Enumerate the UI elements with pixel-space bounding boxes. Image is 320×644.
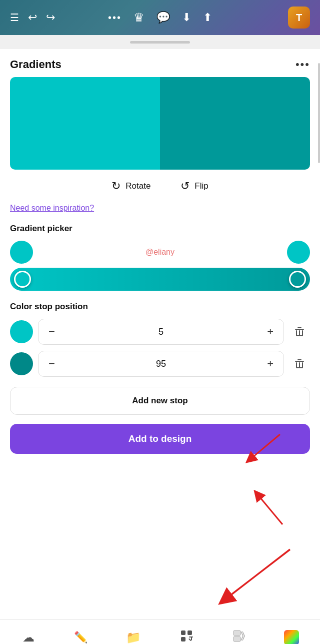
stop-color-dot-2[interactable] xyxy=(10,352,33,375)
stop-row-2: − 95 + xyxy=(10,351,310,377)
top-bar: ☰ ↩ ↪ ••• ♛ 💬 ⬇ ⬆ T xyxy=(0,0,320,35)
svg-rect-5 xyxy=(296,335,303,336)
svg-rect-8 xyxy=(296,362,297,368)
svg-rect-7 xyxy=(298,359,302,360)
top-bar-right: T xyxy=(288,7,310,29)
gradients-icon xyxy=(284,630,299,644)
scrollbar[interactable] xyxy=(318,63,320,163)
svg-rect-15 xyxy=(181,630,186,635)
color-stop-section: Color stop position − 5 + xyxy=(10,302,310,377)
svg-rect-9 xyxy=(302,362,303,368)
flip-button[interactable]: ↺ Flip xyxy=(180,180,208,193)
gradient-left-half xyxy=(10,77,160,170)
slider-handle-left[interactable] xyxy=(14,271,31,288)
apps-icon xyxy=(180,629,193,644)
slider-handle-right[interactable] xyxy=(289,271,306,288)
svg-rect-4 xyxy=(299,330,300,336)
nav-item-apps[interactable]: Apps xyxy=(169,629,204,644)
more-options-icon[interactable]: ••• xyxy=(108,12,122,24)
svg-rect-0 xyxy=(295,329,304,330)
flip-icon: ↺ xyxy=(180,180,190,193)
svg-rect-6 xyxy=(295,361,304,362)
stop2-value: 95 xyxy=(156,359,166,369)
nav-item-downloads[interactable]: ☁ loads xyxy=(11,630,46,644)
avatar[interactable]: T xyxy=(288,7,310,29)
svg-rect-21 xyxy=(234,630,240,635)
stop2-delete-button[interactable] xyxy=(289,353,310,374)
stop-control-1: − 5 + xyxy=(38,319,284,345)
hamburger-icon[interactable]: ☰ xyxy=(10,12,19,24)
top-bar-left: ☰ ↩ ↪ xyxy=(10,11,55,24)
pull-indicator xyxy=(0,35,320,49)
rotate-label: Rotate xyxy=(126,181,150,191)
panel-title: Gradients xyxy=(10,58,62,71)
pull-bar xyxy=(130,41,190,44)
svg-rect-16 xyxy=(188,630,192,635)
stop1-increase-button[interactable]: + xyxy=(264,323,276,340)
top-bar-center: ••• ♛ 💬 ⬇ ⬆ xyxy=(108,11,212,25)
share-icon[interactable]: ⬆ xyxy=(203,11,212,24)
svg-rect-10 xyxy=(299,362,300,368)
panel-more-button[interactable]: ••• xyxy=(296,58,310,71)
rotate-button[interactable]: ↻ Rotate xyxy=(112,180,150,193)
crown-icon[interactable]: ♛ xyxy=(134,11,144,25)
color-stops-row: @eliany xyxy=(10,241,310,264)
gradient-right-half xyxy=(160,77,310,170)
color-dot-start[interactable] xyxy=(10,241,33,264)
svg-rect-11 xyxy=(296,367,303,368)
gradient-picker-section: Gradient picker @eliany xyxy=(10,224,310,291)
color-stop-label: Color stop position xyxy=(10,302,310,312)
chat-icon[interactable]: 💬 xyxy=(156,11,170,24)
add-stop-button[interactable]: Add new stop xyxy=(10,387,310,415)
svg-rect-20 xyxy=(191,636,192,640)
flip-label: Flip xyxy=(194,181,208,191)
inspiration-link[interactable]: Need some inspiration? xyxy=(10,204,310,213)
svg-rect-3 xyxy=(302,330,303,336)
gradient-preview xyxy=(10,77,310,170)
stop-row-1: − 5 + xyxy=(10,319,310,345)
downloads-icon: ☁ xyxy=(22,630,34,644)
arrow-annotation-3 xyxy=(205,544,305,609)
action-row: ↻ Rotate ↺ Flip xyxy=(10,180,310,193)
bottom-nav: ☁ loads ✏️ Draw 📁 Projects Apps xyxy=(0,619,320,644)
add-to-design-button[interactable]: Add to design xyxy=(10,424,310,454)
gradient-slider[interactable] xyxy=(10,268,310,291)
nav-item-projects[interactable]: 📁 Projects xyxy=(116,630,151,644)
undo-icon[interactable]: ↩ xyxy=(28,11,37,24)
nav-item-magic[interactable]: Magic M... xyxy=(222,629,256,644)
stop2-decrease-button[interactable]: − xyxy=(46,355,58,372)
stop-control-2: − 95 + xyxy=(38,351,284,377)
stop2-increase-button[interactable]: + xyxy=(264,355,276,372)
panel-header: Gradients ••• xyxy=(10,49,310,77)
svg-rect-22 xyxy=(234,636,240,641)
rotate-icon: ↻ xyxy=(112,180,120,193)
stop1-delete-button[interactable] xyxy=(289,321,310,342)
svg-rect-1 xyxy=(298,327,302,328)
stop1-decrease-button[interactable]: − xyxy=(46,323,58,340)
arrow-annotation-2 xyxy=(242,484,292,529)
svg-rect-2 xyxy=(296,330,297,336)
magic-icon xyxy=(232,629,246,644)
stop1-value: 5 xyxy=(158,327,164,337)
nav-item-gradients[interactable]: Gradients xyxy=(274,630,309,644)
watermark-text: @eliany xyxy=(146,248,174,257)
nav-item-draw[interactable]: ✏️ Draw xyxy=(64,631,98,644)
color-dot-end[interactable] xyxy=(287,241,310,264)
svg-rect-18 xyxy=(188,638,192,641)
svg-rect-17 xyxy=(181,637,186,641)
stop-color-dot-1[interactable] xyxy=(10,320,33,343)
gradient-picker-label: Gradient picker xyxy=(10,224,310,234)
main-panel: Gradients ••• ↻ Rotate ↺ Flip Need some … xyxy=(0,49,320,619)
draw-icon: ✏️ xyxy=(74,631,88,644)
projects-icon: 📁 xyxy=(126,630,141,644)
redo-icon[interactable]: ↪ xyxy=(46,11,55,24)
download-icon[interactable]: ⬇ xyxy=(182,11,191,24)
